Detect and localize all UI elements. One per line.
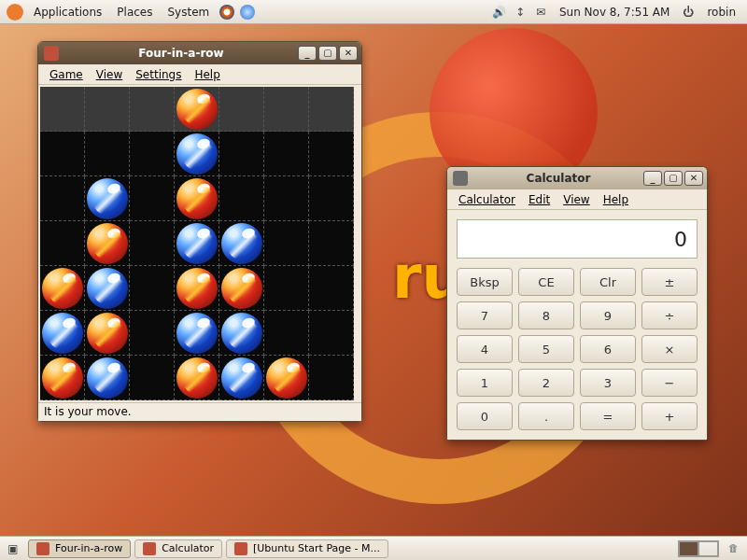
board-cell[interactable] (309, 266, 354, 311)
board-cell[interactable] (264, 311, 309, 356)
board-cell[interactable] (264, 132, 309, 176)
calc-titlebar[interactable]: Calculator _ ▢ ✕ (447, 167, 707, 189)
four-menu-view[interactable]: View (91, 66, 128, 83)
board-cell[interactable] (40, 132, 85, 176)
four-menu-settings[interactable]: Settings (130, 66, 187, 83)
red-ball (221, 268, 262, 309)
user-menu[interactable]: robin (699, 4, 743, 21)
calc-key-6[interactable]: 6 (580, 335, 636, 363)
calc-key-ce[interactable]: CE (518, 268, 574, 296)
taskbar-task[interactable]: Four-in-a-row (28, 539, 131, 558)
calc-key-1[interactable]: 1 (457, 369, 513, 397)
calc-key-8[interactable]: 8 (518, 301, 574, 329)
calc-menu-help[interactable]: Help (598, 191, 634, 208)
board-cell[interactable] (85, 87, 130, 132)
calc-key-4[interactable]: 4 (457, 335, 513, 363)
calc-app-icon (453, 171, 468, 186)
calc-menu-view[interactable]: View (557, 191, 595, 208)
calc-key-2[interactable]: 2 (518, 369, 574, 397)
game-board[interactable] (40, 87, 354, 400)
calc-key-[interactable]: ± (641, 268, 698, 296)
panel-menu-places[interactable]: Places (109, 4, 160, 21)
four-close-button[interactable]: ✕ (339, 46, 358, 61)
board-cell[interactable] (130, 176, 175, 221)
calc-menu-edit[interactable]: Edit (523, 191, 556, 208)
blue-ball (176, 313, 218, 354)
clock[interactable]: Sun Nov 8, 7:51 AM (552, 4, 677, 21)
mail-icon[interactable]: ✉ (533, 5, 548, 20)
calc-maximize-button[interactable]: ▢ (664, 171, 683, 186)
panel-menu-applications[interactable]: Applications (26, 4, 109, 21)
board-cell[interactable] (219, 87, 264, 132)
four-menu-game[interactable]: Game (44, 66, 89, 83)
calc-close-button[interactable]: ✕ (684, 171, 703, 186)
calc-key-clr[interactable]: Clr (580, 268, 636, 296)
taskbar-task[interactable]: Calculator (134, 539, 222, 558)
help-icon[interactable] (240, 5, 255, 20)
network-icon[interactable]: ↕ (513, 5, 528, 20)
board-cell[interactable] (309, 311, 354, 356)
calc-display: 0 (457, 219, 698, 259)
board-cell[interactable] (264, 176, 309, 221)
board-cell[interactable] (130, 266, 175, 311)
calc-minimize-button[interactable]: _ (643, 171, 662, 186)
task-icon (234, 542, 247, 555)
calc-key-7[interactable]: 7 (457, 301, 513, 329)
workspace-switcher[interactable] (678, 540, 719, 557)
calc-key-5[interactable]: 5 (518, 335, 574, 363)
board-cell[interactable] (85, 132, 130, 176)
board-cell[interactable] (309, 132, 354, 176)
calc-key-[interactable]: + (641, 402, 698, 430)
calc-key-[interactable]: = (580, 402, 636, 430)
calc-key-[interactable]: − (641, 369, 698, 397)
four-maximize-button[interactable]: ▢ (318, 46, 337, 61)
board-cell[interactable] (309, 176, 354, 221)
calc-key-bksp[interactable]: Bksp (457, 268, 513, 296)
four-app-icon (44, 46, 59, 61)
task-label: Four-in-a-row (55, 542, 122, 554)
trash-icon[interactable]: 🗑 (725, 540, 741, 557)
board-cell[interactable] (40, 176, 85, 221)
board-cell[interactable] (40, 221, 85, 266)
task-icon (36, 542, 49, 555)
board-cell[interactable] (219, 132, 264, 176)
calc-key-9[interactable]: 9 (580, 301, 636, 329)
blue-ball (221, 313, 262, 354)
board-cell[interactable] (264, 266, 309, 311)
red-ball (176, 89, 218, 130)
red-ball (176, 178, 218, 219)
four-menu-help[interactable]: Help (189, 66, 225, 83)
board-cell[interactable] (40, 87, 85, 132)
calc-key-3[interactable]: 3 (580, 369, 636, 397)
board-cell[interactable] (130, 132, 175, 176)
board-cell[interactable] (309, 221, 354, 266)
calc-key-0[interactable]: 0 (457, 402, 513, 430)
board-cell[interactable] (219, 176, 264, 221)
board-cell[interactable] (309, 356, 354, 400)
calc-key-[interactable]: . (518, 402, 574, 430)
power-icon[interactable]: ⏻ (681, 5, 696, 20)
board-cell[interactable] (309, 87, 354, 132)
panel-menu-system[interactable]: System (160, 4, 217, 21)
four-title: Four-in-a-row (64, 47, 298, 60)
calc-menu-calculator[interactable]: Calculator (453, 191, 521, 208)
board-cell[interactable] (130, 311, 175, 356)
calc-key-[interactable]: ÷ (641, 301, 698, 329)
show-desktop-button[interactable]: ▣ (6, 541, 21, 556)
volume-icon[interactable]: 🔊 (492, 5, 507, 20)
red-ball (176, 268, 218, 309)
firefox-icon[interactable] (219, 5, 234, 20)
calc-menubar: Calculator Edit View Help (447, 189, 707, 210)
four-status: It is your move. (38, 402, 361, 421)
taskbar-task[interactable]: [Ubuntu Start Page - M... (226, 539, 388, 558)
four-titlebar[interactable]: Four-in-a-row _ ▢ ✕ (38, 42, 361, 64)
board-cell[interactable] (264, 221, 309, 266)
calc-key-[interactable]: × (641, 335, 698, 363)
board-cell[interactable] (130, 221, 175, 266)
blue-ball (176, 223, 218, 264)
board-cell[interactable] (130, 87, 175, 132)
board-cell[interactable] (130, 356, 175, 400)
four-minimize-button[interactable]: _ (298, 46, 317, 61)
ubuntu-logo-icon[interactable] (7, 4, 23, 21)
board-cell[interactable] (264, 87, 309, 132)
